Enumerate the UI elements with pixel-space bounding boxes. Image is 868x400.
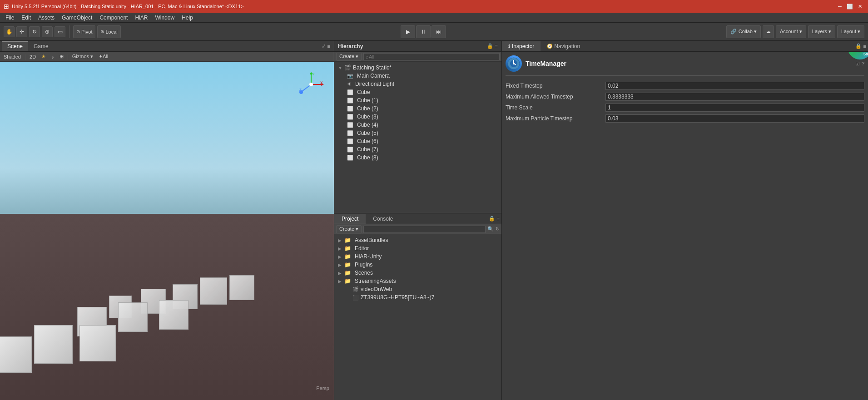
inspector-lock-icon[interactable]: 🔒 [855, 43, 862, 49]
tab-game[interactable]: Game [28, 42, 54, 51]
svg-text:X: X [320, 80, 323, 84]
field-value-1[interactable] [605, 93, 864, 101]
project-item-4[interactable]: ▶ 📁 Scenes [334, 269, 501, 277]
hierarchy-item-icon-0: 📷 [347, 73, 353, 79]
minimize-button[interactable]: ─ [835, 2, 844, 11]
menu-component[interactable]: Component [96, 14, 131, 22]
menu-edit[interactable]: Edit [18, 14, 35, 22]
gizmos-button[interactable]: Gizmos ▾ [70, 53, 95, 60]
cloud-button[interactable]: ☁ [763, 25, 774, 38]
inspector-help-icon[interactable]: ? [862, 61, 864, 66]
project-item-1[interactable]: ▶ 📁 Editor [334, 244, 501, 252]
2d-button[interactable]: 2D [28, 54, 38, 60]
hierarchy-item-icon-10: ⬜ [347, 155, 353, 161]
tab-inspector[interactable]: ℹ Inspector [502, 41, 541, 51]
tab-scene[interactable]: Scene [2, 41, 28, 51]
file-name-6: videoOnWeb [361, 286, 392, 292]
menu-window[interactable]: Window [151, 14, 178, 22]
maximize-button[interactable]: ⬜ [845, 2, 854, 11]
scene-name: Batching Static* [353, 64, 392, 71]
hierarchy-item-7[interactable]: ⬜ Cube (5) [334, 129, 501, 137]
menu-hiar[interactable]: HiAR [131, 14, 151, 22]
layout-button[interactable]: Layout ▾ [837, 25, 864, 38]
tab-console[interactable]: Console [366, 214, 400, 224]
hierarchy-item-9[interactable]: ⬜ Cube (7) [334, 145, 501, 153]
hierarchy-item-8[interactable]: ⬜ Cube (6) [334, 137, 501, 145]
hierarchy-create-button[interactable]: Create ▾ [336, 53, 362, 61]
project-refresh-icon[interactable]: ↻ [496, 226, 500, 232]
folder-arrow-4: ▶ [338, 271, 342, 276]
inspector-menu-icon[interactable]: ≡ [863, 44, 866, 49]
project-menu-icon[interactable]: ≡ [497, 216, 500, 222]
shading-dropdown[interactable]: Shaded [2, 54, 23, 60]
account-button[interactable]: Account ▾ [776, 25, 806, 38]
effect-icon[interactable]: ⊞ [58, 53, 65, 60]
field-fixed-timestep: Fixed Timestep [506, 81, 864, 90]
menu-help[interactable]: Help [178, 14, 197, 22]
hierarchy-item-6[interactable]: ⬜ Cube (4) [334, 121, 501, 129]
scene-sky [0, 62, 334, 214]
title-bar-left: ⊞ Unity 5.5.2f1 Personal (64bit) - Batch… [4, 3, 244, 10]
hierarchy-item-1[interactable]: ☀ Directional Light [334, 80, 501, 88]
rotate-tool-button[interactable]: ↻ [29, 26, 40, 37]
pivot-button[interactable]: ⊙ Pivot [73, 25, 95, 38]
tab-navigation[interactable]: 🧭 Navigation [541, 41, 586, 51]
hierarchy-item-0[interactable]: 📷 Main Camera [334, 72, 501, 80]
audio-icon[interactable]: ♪ [50, 54, 56, 60]
hierarchy-item-icon-8: ⬜ [347, 138, 353, 144]
step-button[interactable]: ⏭ [432, 25, 446, 38]
collab-button[interactable]: 🔗 Collab ▾ [726, 25, 761, 38]
project-item-7[interactable]: ⬛ ZT399U8G~HPT95[TU~A8~)7 [334, 293, 501, 301]
scene-cube-7 [118, 302, 148, 332]
local-button[interactable]: ⊛ Local [97, 25, 120, 38]
move-tool-button[interactable]: ✛ [16, 26, 27, 37]
middle-panel: Hierarchy 🔒 ≡ Create ▾ ▼ 🎬 Batching Stat… [334, 41, 502, 400]
project-search-icon: 🔍 [487, 226, 494, 232]
inspector-tab-label: Inspector [512, 43, 534, 49]
rect-tool-button[interactable]: ▭ [55, 26, 65, 37]
hierarchy-item-10[interactable]: ⬜ Cube (8) [334, 153, 501, 162]
menu-assets[interactable]: Assets [35, 14, 58, 22]
title-bar: ⊞ Unity 5.5.2f1 Personal (64bit) - Batch… [0, 0, 868, 13]
field-value-2[interactable] [605, 104, 864, 112]
collab-bird-icon: 58 [846, 52, 868, 61]
hierarchy-item-2[interactable]: ⬜ Cube [334, 88, 501, 96]
project-create-button[interactable]: Create ▾ [336, 225, 362, 233]
pause-button[interactable]: ⏸ [416, 25, 431, 38]
menu-file[interactable]: File [2, 14, 18, 22]
project-item-0[interactable]: ▶ 📁 AssetBundles [334, 236, 501, 244]
close-button[interactable]: ✕ [855, 2, 864, 11]
scene-maximize-icon[interactable]: ⤢ [322, 43, 326, 49]
hand-tool-button[interactable]: ✋ [4, 26, 15, 37]
hierarchy-item-5[interactable]: ⬜ Cube (3) [334, 113, 501, 121]
play-button[interactable]: ▶ [401, 25, 415, 38]
project-item-3[interactable]: ▶ 📁 Plugins [334, 261, 501, 269]
project-item-2[interactable]: ▶ 📁 HiAR-Unity [334, 252, 501, 261]
lighting-icon[interactable]: ☀ [40, 53, 48, 60]
project-search-input[interactable] [363, 226, 486, 233]
project-lock-icon[interactable]: 🔒 [489, 216, 495, 222]
field-value-0[interactable] [605, 82, 864, 90]
menu-gameobject[interactable]: GameObject [58, 14, 96, 22]
project-item-6[interactable]: 🎬 videoOnWeb [334, 285, 501, 293]
hierarchy-item-3[interactable]: ⬜ Cube (1) [334, 96, 501, 104]
hierarchy-create-label: Create ▾ [339, 54, 358, 59]
field-label-3: Maximum Particle Timestep [506, 115, 605, 122]
scene-viewport[interactable]: Y X Z Persp [0, 62, 334, 400]
hierarchy-scene-root[interactable]: ▼ 🎬 Batching Static* [334, 64, 501, 72]
project-panel: Project Console 🔒 ≡ Create ▾ 🔍 ↻ ▶ 📁 [334, 213, 501, 400]
hierarchy-lock-icon[interactable]: 🔒 [487, 43, 493, 49]
scale-tool-button[interactable]: ⊕ [42, 26, 53, 37]
field-value-3[interactable] [605, 114, 864, 123]
scene-menu-icon[interactable]: ≡ [327, 44, 330, 49]
all-layers-button[interactable]: ✦All [97, 53, 110, 60]
layers-button[interactable]: Layers ▾ [808, 25, 835, 38]
tab-project[interactable]: Project [334, 214, 366, 224]
navigation-tab-label: Navigation [554, 43, 580, 49]
hierarchy-item-4[interactable]: ⬜ Cube (2) [334, 104, 501, 113]
hierarchy-menu-icon[interactable]: ≡ [495, 43, 498, 49]
project-item-5[interactable]: ▶ 📁 StreamingAssets [334, 277, 501, 285]
scene-area: Scene Game ⤢ ≡ Shaded | 2D ☀ ♪ ⊞ | Gizmo… [0, 41, 334, 400]
hierarchy-search-input[interactable] [363, 53, 500, 60]
scene-cube-9 [34, 325, 73, 364]
